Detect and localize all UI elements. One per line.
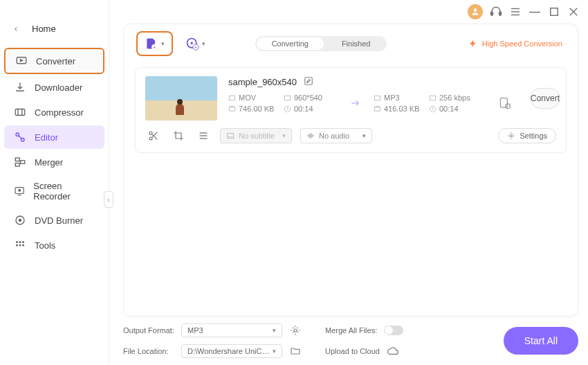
svg-rect-6 [551,8,558,16]
converter-icon [15,55,28,67]
dst-bitrate: 256 kbps [429,94,484,102]
output-settings-icon[interactable] [491,96,519,110]
svg-marker-10 [21,60,23,62]
chevron-left-icon [12,26,19,33]
back-home[interactable]: Home [0,17,109,46]
add-dvd-icon: + [185,37,199,51]
output-format-select[interactable]: MP3 ▾ [181,323,282,337]
svg-rect-42 [500,98,507,107]
chevron-down-icon: ▾ [202,40,205,47]
svg-rect-19 [21,161,25,164]
subtitle-value: No subtitle [239,132,275,140]
audio-icon [306,132,315,140]
sidebar-item-converter[interactable]: Converter [4,48,104,74]
menu-icon[interactable] [509,6,522,18]
src-resolution: 960*540 [284,94,339,102]
svg-rect-37 [305,78,313,85]
sidebar-item-editor[interactable]: Editor [4,125,104,149]
chevron-down-icon: ▾ [273,327,276,334]
sidebar-item-label: Merger [35,157,63,168]
svg-point-43 [506,104,511,109]
svg-rect-1 [491,12,493,15]
svg-point-29 [19,244,21,247]
audio-value: No audio [319,132,349,140]
sidebar-item-label: Tools [35,240,55,251]
svg-point-21 [19,189,21,191]
svg-rect-18 [15,163,19,167]
add-dvd-button[interactable]: + ▾ [180,33,211,55]
svg-point-28 [16,244,18,247]
start-all-button[interactable]: Start All [504,327,578,355]
sidebar-item-merger[interactable]: Merger [4,150,104,174]
screen-recorder-icon [14,185,25,197]
sidebar-item-tools[interactable]: Tools [4,233,104,257]
file-location-select[interactable]: D:\Wondershare UniConverter 1 ▾ [181,344,282,358]
file-name: sample_960x540 [228,77,297,87]
open-folder-icon[interactable] [289,345,302,357]
sidebar-item-screen-recorder[interactable]: Screen Recorder [4,175,104,207]
svg-rect-41 [430,96,435,100]
svg-rect-53 [228,134,234,139]
output-format-value: MP3 [187,326,203,335]
tools-icon [14,239,26,251]
settings-label: Settings [520,132,547,140]
svg-point-0 [474,8,477,12]
edit-name-icon[interactable] [304,76,313,88]
file-thumbnail[interactable] [145,76,217,121]
trim-icon[interactable] [145,127,162,144]
sidebar-item-label: Screen Recorder [33,181,95,202]
sidebar-item-label: Editor [35,132,58,143]
minimize-button[interactable]: — [529,6,541,18]
svg-rect-40 [374,96,380,100]
convert-button[interactable]: Convert [530,88,560,109]
high-speed-conversion-button[interactable]: High Speed Conversion [468,39,565,48]
tab-converting[interactable]: Converting [257,37,324,50]
titlebar: — [468,4,580,19]
merger-icon [14,156,26,168]
toolbar: + ▾ + ▾ Converting Finished High Speed C… [124,24,578,63]
sidebar-item-downloader[interactable]: Downloader [4,75,104,99]
file-location-label: File Location: [123,347,174,355]
output-format-label: Output Format: [123,326,174,335]
dvd-burner-icon [14,214,26,226]
svg-rect-39 [284,96,290,100]
effect-icon[interactable] [195,127,212,144]
svg-rect-38 [229,96,235,100]
crop-icon[interactable] [170,127,187,144]
sidebar-item-label: Compressor [35,107,84,118]
add-file-button[interactable]: + ▾ [136,31,173,56]
sidebar-item-label: Downloader [35,82,82,93]
cloud-icon[interactable] [387,345,399,357]
editor-icon [14,131,26,143]
subtitle-select[interactable]: No subtitle ▾ [220,128,292,143]
lightning-icon [468,39,478,48]
upload-label: Upload to Cloud [325,347,380,355]
file-card: sample_960x540 MOV 960*540 MP3 256 kbps … [135,67,567,153]
maximize-button[interactable] [548,6,560,18]
merge-toggle[interactable] [384,326,403,335]
src-format: MOV [228,94,277,102]
svg-rect-11 [15,109,25,116]
sidebar-item-dvd-burner[interactable]: DVD Burner [4,208,104,232]
audio-select[interactable]: No audio ▾ [300,128,372,143]
chevron-down-icon: ▾ [273,348,276,355]
main-panel: + ▾ + ▾ Converting Finished High Speed C… [123,24,578,317]
support-icon[interactable] [490,6,502,18]
svg-point-34 [191,42,193,44]
tab-finished[interactable]: Finished [325,36,387,51]
file-meta: sample_960x540 MOV 960*540 MP3 256 kbps … [228,76,519,113]
hsp-label: High Speed Conversion [482,39,562,48]
chevron-down-icon: ▾ [362,132,366,139]
settings-button[interactable]: Settings [498,128,556,143]
sidebar-collapse-button[interactable]: ‹ [104,191,113,208]
downloader-icon [14,81,26,94]
chevron-down-icon: ▾ [161,40,165,47]
sidebar-item-compressor[interactable]: Compressor [4,100,104,124]
output-settings-icon[interactable] [289,324,302,337]
svg-point-30 [22,244,24,247]
dst-duration: 00:14 [429,105,484,113]
svg-rect-17 [15,158,19,161]
close-button[interactable] [567,6,580,18]
home-label: Home [32,24,56,34]
avatar[interactable] [468,4,483,19]
